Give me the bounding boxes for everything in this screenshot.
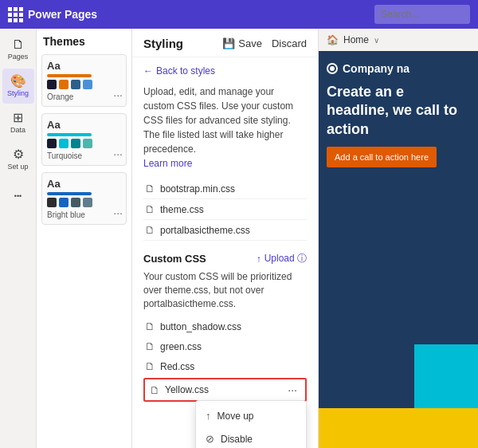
preview-radio-row: Company na bbox=[327, 62, 470, 75]
file-icon: 🗋 bbox=[145, 224, 155, 236]
turquoise-swatches bbox=[47, 139, 121, 148]
arrow-left-icon: ← bbox=[143, 65, 153, 77]
yellow-more-button[interactable]: ··· bbox=[284, 383, 300, 396]
description-text: Upload, edit, and manage your custom CSS… bbox=[143, 84, 307, 171]
move-up-icon: ↑ bbox=[206, 410, 211, 422]
themes-panel: Themes Aa Orange ··· Aa Turqu bbox=[37, 29, 132, 448]
swatch bbox=[47, 139, 57, 148]
chevron-down-icon: ∨ bbox=[374, 36, 379, 45]
swatch bbox=[83, 139, 92, 148]
sidebar-item-pages[interactable]: 🗋 Pages bbox=[2, 32, 34, 67]
sidebar-item-more[interactable]: ••• bbox=[2, 179, 34, 214]
custom-css-title: Custom CSS bbox=[143, 253, 206, 265]
swatch bbox=[59, 80, 69, 89]
radio-button bbox=[327, 63, 338, 74]
icon-sidebar: 🗋 Pages 🎨 Styling ⊞ Data ⚙ Set up ••• bbox=[0, 29, 37, 448]
preview-teal-strip bbox=[414, 344, 478, 408]
custom-file-green: 🗋 green.css bbox=[143, 336, 307, 356]
file-icon: 🗋 bbox=[145, 320, 155, 332]
styling-header-actions: 💾 Save Discard bbox=[222, 37, 307, 49]
custom-file-red: 🗋 Red.css bbox=[143, 356, 307, 376]
save-button[interactable]: 💾 Save bbox=[222, 37, 262, 49]
home-icon: 🏠 bbox=[327, 34, 339, 45]
app-name: Power Pages bbox=[28, 8, 97, 21]
system-file-portal: 🗋 portalbasictheme.css bbox=[143, 220, 307, 241]
custom-css-section-header: Custom CSS ↑ Upload ⓘ bbox=[143, 252, 307, 265]
back-link[interactable]: ← Back to styles bbox=[143, 65, 307, 77]
swatch bbox=[47, 80, 57, 89]
styling-icon: 🎨 bbox=[10, 75, 26, 88]
turquoise-bar bbox=[47, 133, 92, 136]
swatch bbox=[59, 139, 69, 148]
bright-blue-swatches bbox=[47, 198, 121, 207]
styling-header: Styling 💾 Save Discard bbox=[132, 29, 318, 57]
theme-more-turquoise[interactable]: ··· bbox=[113, 147, 123, 160]
context-menu-move-up[interactable]: ↑ Move up bbox=[196, 404, 306, 427]
system-file-bootstrap: 🗋 bootstrap.min.css bbox=[143, 179, 307, 199]
top-bar: Power Pages bbox=[0, 0, 478, 29]
file-icon: 🗋 bbox=[145, 360, 155, 372]
file-icon: 🗋 bbox=[145, 203, 155, 215]
disable-icon: ⊘ bbox=[206, 433, 214, 445]
setup-icon: ⚙ bbox=[13, 148, 24, 161]
theme-card-turquoise[interactable]: Aa Turquoise ··· bbox=[41, 113, 127, 166]
context-menu: ↑ Move up ⊘ Disable ⬡ Edit code bbox=[195, 400, 307, 448]
styling-panel: Styling 💾 Save Discard ← Back to styles … bbox=[132, 29, 319, 448]
learn-more-link[interactable]: Learn more bbox=[143, 158, 192, 169]
preview-home-label: Home bbox=[343, 34, 369, 45]
preview-panel: 🏠 Home ∨ Company na Create an e headline… bbox=[319, 29, 478, 448]
orange-bar bbox=[47, 74, 92, 77]
swatch bbox=[47, 198, 57, 207]
swatch bbox=[59, 198, 69, 207]
swatch bbox=[71, 198, 80, 207]
sidebar-item-data[interactable]: ⊞ Data bbox=[2, 105, 34, 140]
pages-icon: 🗋 bbox=[12, 38, 25, 51]
themes-title: Themes bbox=[41, 35, 127, 48]
upload-icon: ↑ bbox=[257, 253, 261, 265]
bright-blue-bar bbox=[47, 192, 92, 195]
file-icon: 🗋 bbox=[150, 384, 160, 396]
theme-card-orange[interactable]: Aa Orange ··· bbox=[41, 54, 127, 107]
discard-button[interactable]: Discard bbox=[272, 37, 307, 49]
preview-cta-button[interactable]: Add a call to action here bbox=[327, 147, 437, 167]
styling-header-title: Styling bbox=[143, 37, 183, 50]
grid-icon bbox=[8, 7, 23, 22]
sidebar-item-styling[interactable]: 🎨 Styling bbox=[2, 69, 34, 104]
custom-file-button-shadow: 🗋 button_shadow.css bbox=[143, 316, 307, 336]
file-icon: 🗋 bbox=[145, 183, 155, 195]
save-icon: 💾 bbox=[222, 37, 235, 49]
main-layout: 🗋 Pages 🎨 Styling ⊞ Data ⚙ Set up ••• Th… bbox=[0, 29, 478, 448]
sidebar-item-setup[interactable]: ⚙ Set up bbox=[2, 142, 34, 177]
upload-button[interactable]: ↑ Upload ⓘ bbox=[257, 252, 307, 265]
data-icon: ⊞ bbox=[13, 112, 23, 124]
theme-more-orange[interactable]: ··· bbox=[113, 88, 123, 101]
system-file-theme: 🗋 theme.css bbox=[143, 199, 307, 220]
preview-content: Company na Create an e headline, we call… bbox=[319, 51, 478, 190]
preview-headline: Create an e headline, we call to action bbox=[327, 83, 470, 139]
file-icon: 🗋 bbox=[145, 340, 155, 352]
swatch bbox=[83, 80, 92, 89]
swatch bbox=[71, 139, 80, 148]
yellow-css-container: 🗋 Yellow.css ··· ↑ Move up ⊘ Disable bbox=[143, 378, 307, 402]
preview-company-name: Company na bbox=[343, 62, 409, 75]
swatch bbox=[71, 80, 80, 89]
custom-css-description: Your custom CSS will be prioritized over… bbox=[143, 270, 307, 310]
theme-more-bright-blue[interactable]: ··· bbox=[113, 206, 123, 219]
sidebar-data-label: Data bbox=[10, 126, 25, 134]
sidebar-styling-label: Styling bbox=[7, 89, 29, 97]
swatch bbox=[83, 198, 92, 207]
sidebar-pages-label: Pages bbox=[8, 53, 29, 61]
app-logo: Power Pages bbox=[8, 7, 97, 22]
context-menu-disable[interactable]: ⊘ Disable bbox=[196, 427, 306, 448]
preview-topbar: 🏠 Home ∨ bbox=[319, 29, 478, 51]
theme-card-bright-blue[interactable]: Aa Bright blue ··· bbox=[41, 172, 127, 225]
more-label: ••• bbox=[14, 192, 22, 200]
preview-yellow-strip bbox=[319, 408, 478, 448]
custom-file-yellow[interactable]: 🗋 Yellow.css ··· bbox=[143, 378, 307, 402]
orange-swatches bbox=[47, 80, 121, 89]
search-input[interactable] bbox=[374, 5, 470, 24]
styling-body: ← Back to styles Upload, edit, and manag… bbox=[132, 57, 318, 410]
sidebar-setup-label: Set up bbox=[7, 163, 28, 171]
